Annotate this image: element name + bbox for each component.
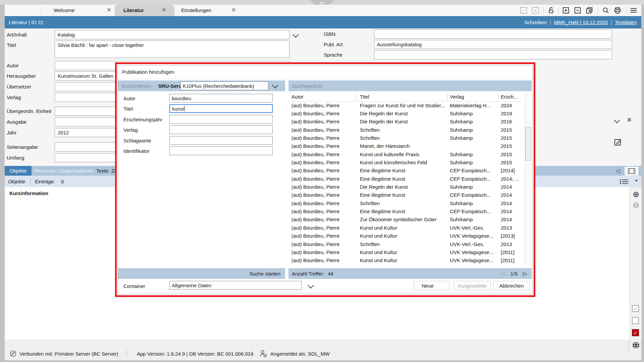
result-cell-autor: (aut) Bourdieu, Pierre <box>288 208 357 214</box>
print-icon[interactable] <box>614 7 621 14</box>
result-row[interactable]: (aut) Bourdieu, Pierre Eine illegitime K… <box>288 207 523 215</box>
session-link[interactable]: MMK_HaN | 10.12.2020 <box>554 19 608 25</box>
field-label: Verlag <box>123 127 138 133</box>
result-cell-titel: Eine illegitime Kunst <box>357 176 447 182</box>
testdata-link[interactable]: Testdaten <box>615 19 637 25</box>
result-cell-autor: (aut) Bourdieu, Pierre <box>288 257 357 263</box>
result-row[interactable]: (aut) Bourdieu, Pierre Eine illegitime K… <box>288 167 523 175</box>
tab-literatur-close-icon[interactable]: ✕ <box>162 7 166 13</box>
field-label: Schlagworte <box>123 138 151 143</box>
result-row[interactable]: (aut) Bourdieu, Pierre Kunst und Kultur … <box>288 224 523 232</box>
result-cell-autor: (aut) Bourdieu, Pierre <box>288 160 357 165</box>
bottom-tab-texte[interactable]: Texte <box>96 168 108 174</box>
column-header-jahr[interactable]: Ersch... <box>498 94 523 100</box>
result-cell-autor: (aut) Bourdieu, Pierre <box>288 111 357 116</box>
publ-art-field[interactable]: Ausstellungskatalog <box>374 40 612 49</box>
zoom-out-icon[interactable]: ⊖ <box>633 201 639 209</box>
result-row[interactable]: (aut) Bourdieu, Pierre Die Regeln der Ku… <box>288 118 523 126</box>
result-row[interactable]: (aut) Bourdieu, Pierre Die Regeln der Ku… <box>288 183 523 191</box>
lock-open-icon[interactable] <box>547 7 555 14</box>
tab-literatur[interactable]: Literatur <box>123 7 144 13</box>
dialog-schlagworte-input[interactable] <box>169 136 273 145</box>
confirm-checkbox-icon[interactable]: ✓ <box>520 7 527 14</box>
result-row[interactable]: (aut) Bourdieu, Pierre Eine illegitime K… <box>288 191 523 199</box>
result-row[interactable]: (aut) Bourdieu, Pierre Manet, der Häresi… <box>288 142 523 150</box>
tab-welcome-close-icon[interactable]: ✕ <box>107 7 111 13</box>
result-cell-titel: Eine illegitime Kunst <box>357 208 447 214</box>
result-cell-verlag: Suhrkamp <box>447 119 498 124</box>
menu-icon[interactable] <box>630 7 637 14</box>
tab-einstellungen-close-icon[interactable]: ✕ <box>231 7 236 13</box>
result-row[interactable]: (aut) Bourdieu, Pierre Fragen zur Kunst … <box>288 101 523 109</box>
list-view-icon[interactable] <box>620 179 629 185</box>
results-table-header: Autor Titel Verlag Ersch... <box>288 93 523 102</box>
clear-panel-icon[interactable]: ✕ <box>627 116 632 124</box>
result-row[interactable]: (aut) Bourdieu, Pierre Schriften Suhrkam… <box>288 126 523 134</box>
titel-field[interactable]: Silvia Bächli : far apart - close togeth… <box>55 41 289 58</box>
search-icon[interactable] <box>602 7 609 14</box>
bottom-tab-objekte[interactable]: Objekte <box>5 166 32 176</box>
field-label: ISBN <box>324 31 335 37</box>
pager-next-icon[interactable]: ▷ <box>523 270 527 277</box>
ausgewaehlte-button[interactable]: Ausgewählte <box>453 281 491 290</box>
sru-service-select[interactable]: K10Plus (Recherchedatenbank) <box>180 81 268 90</box>
tab-welcome[interactable]: Welcome <box>54 7 74 13</box>
result-row[interactable]: (aut) Bourdieu, Pierre Schriften UVK-Ver… <box>288 240 523 248</box>
list-view-caret-icon[interactable]: ▾ <box>635 178 638 183</box>
results-scrollbar-thumb[interactable] <box>525 127 531 161</box>
neue-button[interactable]: Neue <box>413 281 449 290</box>
result-row[interactable]: (aut) Bourdieu, Pierre Kunst und kulture… <box>288 150 523 158</box>
suche-starten-button[interactable]: Suche starten <box>249 271 280 277</box>
result-cell-jahr: 2024 <box>498 103 523 108</box>
result-row[interactable]: (aut) Bourdieu, Pierre Kunst und Kultur … <box>288 232 523 240</box>
column-header-verlag[interactable]: Verlag <box>447 94 498 100</box>
checkbox-checked-red[interactable]: ✓ <box>632 329 639 336</box>
dialog-identifikator-input[interactable] <box>169 146 273 155</box>
checkbox-checked-gray[interactable]: ✓ <box>632 305 639 312</box>
result-cell-autor: (aut) Bourdieu, Pierre <box>288 200 357 206</box>
container-label: Container <box>123 283 145 289</box>
result-cell-titel: Schriften <box>357 127 447 133</box>
result-cell-verlag: Materialverlag H... <box>447 103 498 108</box>
result-cell-verlag: CEP Europäisch... <box>447 208 498 214</box>
container-chevron-icon[interactable] <box>308 282 314 288</box>
abbrechen-button[interactable]: Abbrechen <box>493 281 530 290</box>
zoom-in-icon[interactable]: ⊕ <box>633 190 639 198</box>
result-row[interactable]: (aut) Bourdieu, Pierre Kunst und Kultur … <box>288 256 523 264</box>
results-scrollbar[interactable] <box>525 93 531 265</box>
connection-status: Verbunden mit: Primärer Server (BC Serve… <box>19 351 118 357</box>
dialog-titel-input[interactable]: kunst <box>169 104 273 113</box>
dialog-autor-input[interactable]: bourdieu <box>169 94 273 103</box>
result-row[interactable]: (aut) Bourdieu, Pierre Kunst und Kultur … <box>288 248 523 256</box>
column-header-autor[interactable]: Autor <box>288 94 357 100</box>
field-label: Ausgabe <box>7 119 26 125</box>
result-row[interactable]: (aut) Bourdieu, Pierre Schriften Suhrkam… <box>288 199 523 207</box>
reject-checkbox-icon[interactable]: ✕ <box>532 7 539 14</box>
result-row[interactable]: (aut) Bourdieu, Pierre Zur Ökonomie symb… <box>288 216 523 224</box>
remove-record-icon[interactable] <box>574 7 581 14</box>
column-header-titel[interactable]: Titel <box>357 94 447 100</box>
collapse-left-icon[interactable]: ◁ <box>616 168 620 174</box>
publikation-hinzufuegen-dialog: Publikation hinzufügen Suchkriterien SRU… <box>118 65 533 294</box>
checkbox-empty[interactable] <box>632 317 639 324</box>
edit-icon[interactable] <box>614 138 622 146</box>
globe-icon[interactable] <box>632 341 640 349</box>
dialog-erscheinungsjahr-input[interactable] <box>169 115 273 124</box>
art-inhalt-field[interactable]: Katalog <box>55 30 289 39</box>
result-row[interactable]: (aut) Bourdieu, Pierre Die Regeln der Ku… <box>288 109 523 117</box>
bottom-tab-personen[interactable]: Personen / Organisationen <box>34 168 94 174</box>
result-cell-verlag: CEP Europäisch... <box>447 192 498 198</box>
add-record-icon[interactable] <box>562 7 570 14</box>
dialog-title: Publikation hinzufügen <box>122 69 174 75</box>
sprache-field[interactable] <box>374 50 612 59</box>
result-row[interactable]: (aut) Bourdieu, Pierre Eine illegitime K… <box>288 175 523 183</box>
tab-einstellungen[interactable]: Einstellungen <box>181 7 211 13</box>
isbn-field[interactable] <box>374 29 612 39</box>
pager-prev-icon[interactable]: ◁ <box>501 270 505 277</box>
container-select[interactable]: Allgemeine Daten <box>169 281 302 290</box>
result-row[interactable]: (aut) Bourdieu, Pierre Kunst und künstle… <box>288 158 523 166</box>
dialog-verlag-input[interactable] <box>169 125 273 134</box>
result-row[interactable]: (aut) Bourdieu, Pierre Schriften Suhrkam… <box>288 134 523 142</box>
media-view-toggle[interactable] <box>625 167 639 176</box>
duplicate-record-icon[interactable] <box>586 7 593 14</box>
